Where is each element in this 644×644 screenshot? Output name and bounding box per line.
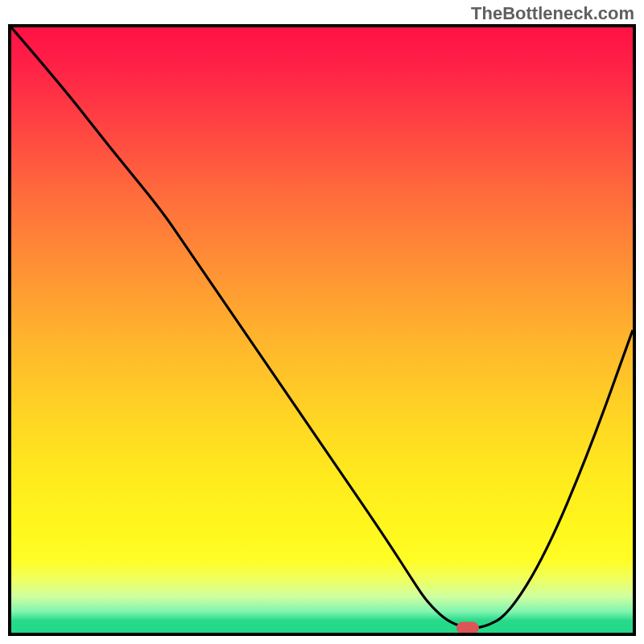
curve-line <box>11 27 633 628</box>
optimal-point-marker <box>456 621 479 634</box>
chart-plot-area <box>8 24 636 636</box>
curve-svg <box>11 27 633 633</box>
watermark-text: TheBottleneck.com <box>471 3 634 24</box>
